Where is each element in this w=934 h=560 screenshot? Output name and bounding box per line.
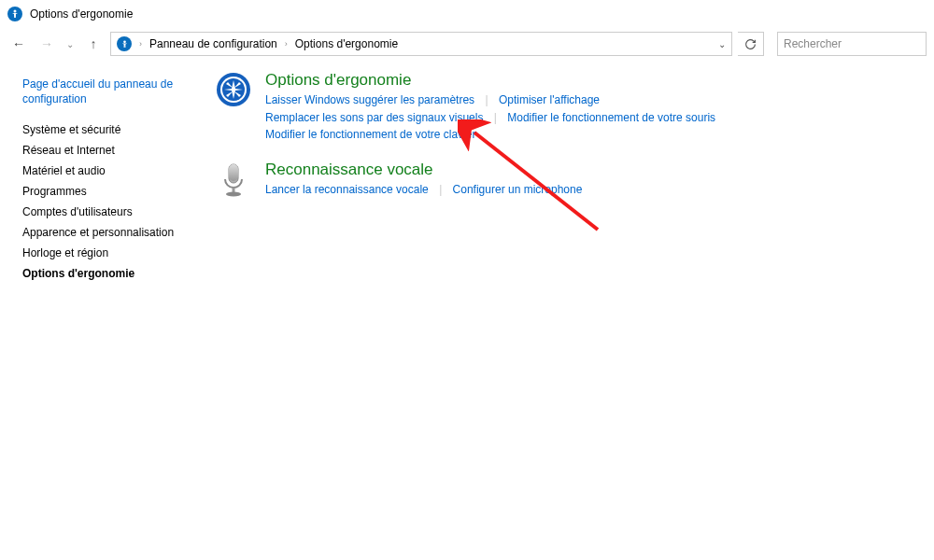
divider: | (485, 93, 488, 106)
chevron-right-icon[interactable]: › (139, 39, 142, 49)
sidebar-home-link[interactable]: Page d'accueil du panneau de configurati… (22, 77, 181, 106)
nav-back-button[interactable]: ← (7, 33, 30, 55)
chevron-right-icon[interactable]: › (285, 39, 288, 49)
ease-of-access-icon (7, 7, 22, 21)
divider: | (439, 183, 442, 196)
search-input[interactable] (784, 37, 920, 50)
link-start-speech[interactable]: Lancer la reconnaissance vocale (265, 183, 429, 196)
window-title: Options d'ergonomie (30, 7, 133, 21)
sidebar-item-clock[interactable]: Horloge et région (22, 243, 187, 263)
sidebar-item-network[interactable]: Réseau et Internet (22, 140, 187, 161)
sidebar-item-accounts[interactable]: Comptes d'utilisateurs (22, 202, 187, 222)
svg-rect-6 (229, 164, 238, 181)
link-change-mouse[interactable]: Modifier le fonctionnement de votre sour… (507, 111, 715, 124)
refresh-button[interactable] (738, 32, 764, 56)
sidebar-item-appearance[interactable]: Apparence et personnalisation (22, 222, 187, 243)
link-suggest-settings[interactable]: Laisser Windows suggérer les paramètres (265, 93, 474, 106)
category-speech-title[interactable]: Reconnaissance vocale (265, 161, 915, 179)
nav-up-button[interactable]: ↑ (82, 33, 105, 55)
nav-forward-button: → (35, 33, 58, 55)
link-setup-microphone[interactable]: Configurer un microphone (453, 183, 583, 196)
svg-point-1 (123, 40, 126, 43)
breadcrumb-item-ease-of-access[interactable]: Options d'ergonomie (295, 37, 398, 50)
sidebar-item-programs[interactable]: Programmes (22, 181, 187, 202)
link-optimize-display[interactable]: Optimiser l'affichage (499, 93, 600, 106)
divider: | (494, 111, 497, 124)
speech-recognition-icon (215, 161, 252, 198)
address-bar[interactable]: › Panneau de configuration › Options d'e… (110, 32, 732, 56)
link-visual-signals[interactable]: Remplacer les sons par des signaux visue… (265, 111, 483, 124)
search-box[interactable] (777, 32, 927, 56)
category-ease-of-access-title[interactable]: Options d'ergonomie (265, 71, 915, 90)
address-dropdown-icon[interactable]: ⌄ (718, 39, 726, 49)
sidebar-item-hardware[interactable]: Matériel et audio (22, 161, 187, 181)
ease-of-access-center-icon (215, 71, 252, 108)
ease-of-access-icon (117, 36, 132, 51)
sidebar-item-system[interactable]: Système et sécurité (22, 119, 187, 140)
nav-history-chevron-icon[interactable]: ⌄ (64, 33, 77, 55)
link-change-keyboard[interactable]: Modifier le fonctionnement de votre clav… (265, 128, 475, 141)
sidebar-item-ease-of-access[interactable]: Options d'ergonomie (22, 263, 187, 284)
svg-point-0 (14, 10, 17, 13)
svg-point-8 (226, 191, 241, 196)
breadcrumb-item-control-panel[interactable]: Panneau de configuration (149, 37, 277, 50)
